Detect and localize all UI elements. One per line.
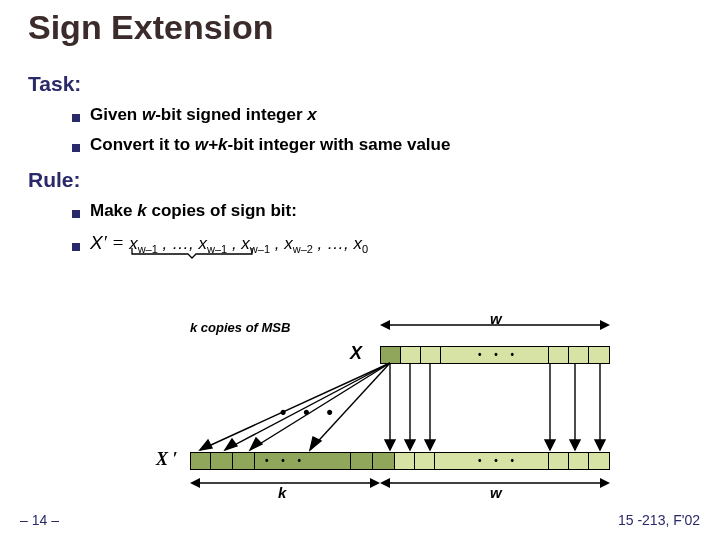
svg-marker-28 — [600, 478, 610, 488]
svg-marker-18 — [545, 440, 555, 450]
svg-marker-12 — [385, 440, 395, 450]
task-bullet-2: Convert it to w+k-bit integer with same … — [72, 132, 450, 158]
svg-marker-22 — [595, 440, 605, 450]
section-task-heading: Task: — [28, 72, 81, 96]
dots-icon: • • • — [280, 402, 339, 423]
bullet-icon — [72, 144, 80, 152]
task-bullets: Given w-bit signed integer x Convert it … — [72, 102, 450, 163]
underbrace-icon — [132, 246, 252, 260]
svg-marker-25 — [370, 478, 380, 488]
dimension-w-bottom-label: w — [490, 484, 502, 501]
slide: Sign Extension Task: Given w-bit signed … — [0, 0, 720, 540]
task-bullet-1-text: Given w-bit signed integer x — [90, 102, 317, 128]
svg-marker-27 — [380, 478, 390, 488]
svg-marker-14 — [405, 440, 415, 450]
rule-bullet-1-text: Make k copies of sign bit: — [90, 198, 297, 224]
svg-marker-24 — [190, 478, 200, 488]
task-bullet-2-text: Convert it to w+k-bit integer with same … — [90, 132, 450, 158]
bullet-icon — [72, 210, 80, 218]
bullet-icon — [72, 243, 80, 251]
dimension-k-label: k — [278, 484, 286, 501]
svg-marker-8 — [250, 438, 262, 450]
footer-course-id: 15 -213, F'02 — [618, 512, 700, 528]
svg-marker-4 — [200, 440, 212, 450]
dots-icon: • • • — [265, 455, 306, 466]
section-rule-heading: Rule: — [28, 168, 81, 192]
svg-marker-16 — [425, 440, 435, 450]
label-xprime: X ′ — [156, 449, 178, 470]
svg-marker-20 — [570, 440, 580, 450]
rule-bullet-1: Make k copies of sign bit: — [72, 198, 368, 224]
page-title: Sign Extension — [28, 8, 274, 47]
sign-bit-cell — [191, 453, 211, 469]
footer-page-number: – 14 – — [20, 512, 59, 528]
bullet-icon — [72, 114, 80, 122]
word-xprime — [190, 452, 610, 470]
task-bullet-1: Given w-bit signed integer x — [72, 102, 450, 128]
sign-extension-diagram: k copies of MSB w X • • • — [150, 310, 620, 500]
dots-icon: • • • — [478, 455, 519, 466]
svg-marker-6 — [225, 439, 237, 450]
